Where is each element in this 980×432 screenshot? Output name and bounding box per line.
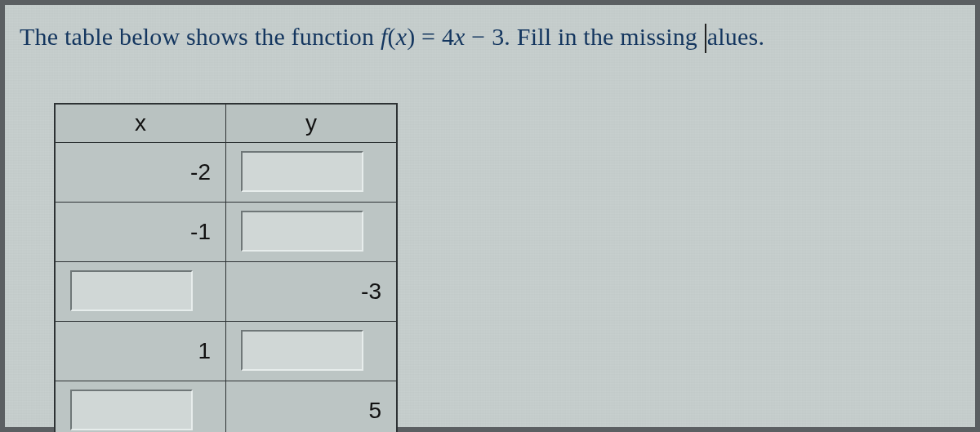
fn-close: ) [407, 23, 415, 50]
rhs-rest: − 3. Fill in the missing [466, 23, 704, 50]
prompt-after-caret: alues. [707, 23, 764, 50]
fn-open: ( [387, 23, 395, 50]
cell-value: -3 [361, 278, 381, 304]
answer-input-box [70, 390, 193, 430]
answer-input[interactable] [72, 272, 191, 310]
answer-input-box [241, 151, 363, 192]
col-header-x: x [55, 104, 226, 143]
rhs-var: x [454, 23, 466, 50]
table-row: 1 [55, 322, 397, 381]
cell-x [55, 381, 226, 433]
table-row: -3 [55, 262, 397, 322]
fn-x: x [396, 23, 408, 50]
answer-input[interactable] [72, 391, 191, 429]
answer-input-box [241, 330, 363, 371]
cell-value: -2 [190, 159, 211, 185]
cell-x: -2 [55, 143, 226, 203]
worksheet-frame: The table below shows the function f(x) … [0, 0, 980, 432]
table-header-row: x y [55, 104, 397, 143]
table-row: -1 [55, 203, 397, 262]
answer-input[interactable] [243, 153, 362, 190]
eq-sign: = [421, 23, 442, 50]
cell-y [226, 143, 398, 203]
cell-x: 1 [55, 322, 226, 381]
table-row: 5 [55, 381, 397, 433]
answer-input-box [70, 270, 193, 311]
prompt-before: The table below shows the function [20, 23, 381, 50]
cell-value: 1 [198, 338, 211, 363]
cell-y: 5 [226, 381, 398, 433]
prompt-text: The table below shows the function f(x) … [20, 23, 960, 53]
cell-x [55, 262, 226, 322]
cell-value: -1 [190, 219, 211, 244]
answer-input[interactable] [243, 332, 362, 369]
col-header-y: y [226, 104, 398, 143]
cell-y [226, 322, 398, 381]
function-table: x y -2 -1 [54, 103, 398, 432]
cell-y [226, 203, 398, 262]
answer-input-box [241, 211, 363, 252]
cell-value: 5 [368, 398, 381, 423]
text-caret-icon [705, 24, 706, 53]
answer-input[interactable] [243, 212, 362, 250]
cell-x: -1 [55, 203, 226, 262]
rhs-coeff: 4 [442, 23, 454, 50]
cell-y: -3 [226, 262, 398, 322]
table-row: -2 [55, 143, 397, 203]
